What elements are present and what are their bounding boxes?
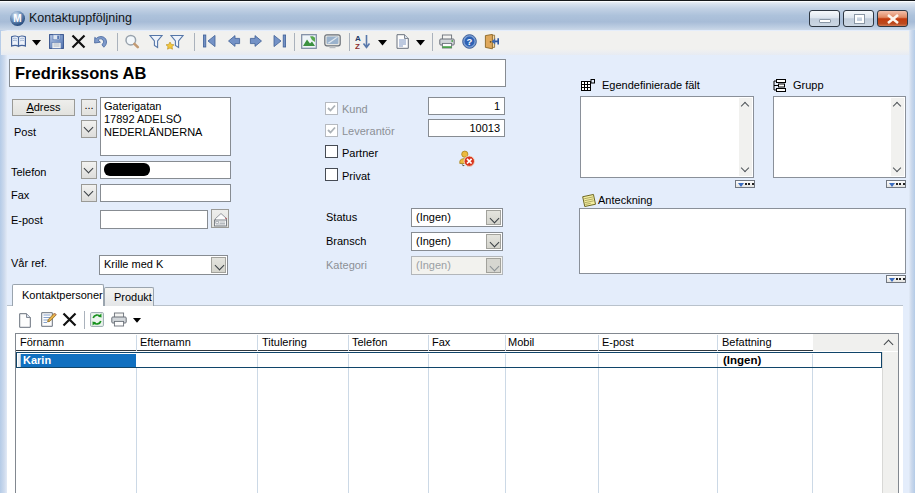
svg-text:Z: Z [355, 42, 360, 51]
svg-text:?: ? [467, 36, 473, 47]
